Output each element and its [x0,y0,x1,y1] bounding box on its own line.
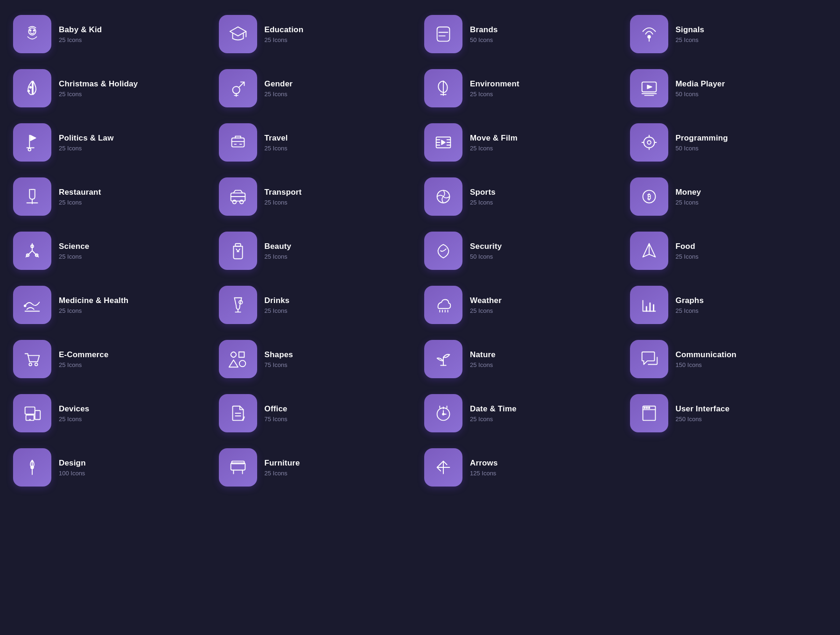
icon-box-ecommerce [13,340,51,378]
category-item-sports[interactable]: Sports 25 Icons [422,174,623,219]
category-item-brands[interactable]: Brands 50 Icons [422,11,623,57]
icon-box-devices [13,394,51,432]
category-item-nature[interactable]: Nature 25 Icons [422,336,623,382]
svg-point-25 [29,363,32,366]
category-text-move-film: Move & Film 25 Icons [470,133,518,151]
category-item-science[interactable]: Science 25 Icons [11,228,212,274]
icon-box-sports [424,177,462,216]
svg-point-26 [35,363,38,366]
category-item-education[interactable]: Education 25 Icons [217,11,418,57]
svg-rect-13 [231,193,245,201]
svg-rect-28 [25,407,35,414]
category-text-environment: Environment 25 Icons [470,79,519,97]
svg-point-2 [33,30,35,31]
category-name-nature: Nature [470,350,496,360]
category-name-science: Science [59,241,89,252]
category-item-communication[interactable]: Communication 150 Icons [628,336,829,382]
category-text-media-player: Media Player 50 Icons [676,79,725,97]
category-item-transport[interactable]: Transport 25 Icons [217,174,418,219]
category-item-beauty[interactable]: Beauty 25 Icons [217,228,418,274]
category-item-user-interface[interactable]: User Interface 250 Icons [628,390,829,436]
category-item-date-time[interactable]: Date & Time 25 Icons [422,390,623,436]
category-text-gender: Gender 25 Icons [265,79,293,97]
category-item-signals[interactable]: Signals 25 Icons [628,11,829,57]
category-text-travel: Travel 25 Icons [265,133,288,151]
category-item-shapes[interactable]: Shapes 75 Icons [217,336,418,382]
icon-box-money: ₿ [630,177,668,216]
category-item-programming[interactable]: Programming 50 Icons [628,120,829,165]
category-item-politics-law[interactable]: Politics & Law 25 Icons [11,120,212,165]
category-item-medicine-health[interactable]: Medicine & Health 25 Icons [11,282,212,328]
category-item-design[interactable]: Design 100 Icons [11,444,212,490]
icon-box-baby-kid [13,15,51,53]
category-count-transport: 25 Icons [265,199,302,206]
category-item-drinks[interactable]: Drinks 25 Icons [217,282,418,328]
category-text-design: Design 100 Icons [59,458,86,476]
category-text-brands: Brands 50 Icons [470,25,498,43]
svg-point-27 [239,360,245,367]
category-count-graphs: 25 Icons [676,307,704,314]
category-item-arrows[interactable]: Arrows 125 Icons [422,444,623,490]
category-text-graphs: Graphs 25 Icons [676,296,704,314]
category-name-brands: Brands [470,25,498,35]
category-name-communication: Communication [676,350,737,360]
category-count-office: 75 Icons [265,416,287,423]
category-name-furniture: Furniture [265,458,300,468]
category-count-weather: 25 Icons [470,307,502,314]
category-item-weather[interactable]: Weather 25 Icons [422,282,623,328]
category-item-move-film[interactable]: Move & Film 25 Icons [422,120,623,165]
category-name-politics-law: Politics & Law [59,133,114,143]
category-count-beauty: 25 Icons [265,253,292,260]
category-text-christmas: Christmas & Holiday 25 Icons [59,79,138,97]
category-item-gender[interactable]: Gender 25 Icons [217,65,418,111]
category-count-restaurant: 25 Icons [59,199,101,206]
svg-rect-9 [231,138,244,147]
category-name-arrows: Arrows [470,458,498,468]
category-count-design: 100 Icons [59,470,86,477]
category-text-signals: Signals 25 Icons [676,25,705,43]
category-text-restaurant: Restaurant 25 Icons [59,187,101,205]
categories-grid: Baby & Kid 25 Icons Education 25 Icons B… [11,11,829,490]
icon-box-security [424,232,462,270]
category-count-sports: 25 Icons [470,199,496,206]
category-item-environment[interactable]: Environment 25 Icons [422,65,623,111]
icon-box-furniture [219,448,257,487]
category-item-media-player[interactable]: Media Player 50 Icons [628,65,829,111]
category-text-medicine-health: Medicine & Health 25 Icons [59,296,128,314]
category-count-brands: 50 Icons [470,36,498,43]
category-item-money[interactable]: ₿ Money 25 Icons [628,174,829,219]
category-count-drinks: 25 Icons [265,307,290,314]
category-text-education: Education 25 Icons [265,25,304,43]
category-item-security[interactable]: Security 50 Icons [422,228,623,274]
category-item-graphs[interactable]: Graphs 25 Icons [628,282,829,328]
icon-box-design [13,448,51,487]
icon-box-graphs [630,286,668,324]
category-item-baby-kid[interactable]: Baby & Kid 25 Icons [11,11,212,57]
svg-point-4 [29,86,31,88]
category-item-restaurant[interactable]: Restaurant 25 Icons [11,174,212,219]
category-item-travel[interactable]: Travel 25 Icons [217,120,418,165]
category-text-programming: Programming 50 Icons [676,133,728,151]
svg-point-8 [28,148,31,151]
icon-box-programming [630,123,668,162]
category-name-date-time: Date & Time [470,404,517,414]
icon-box-politics-law [13,123,51,162]
category-text-money: Money 25 Icons [676,187,701,205]
category-text-ecommerce: E-Commerce 25 Icons [59,350,109,368]
category-count-date-time: 25 Icons [470,416,517,423]
category-name-transport: Transport [265,187,302,198]
category-name-beauty: Beauty [265,241,292,252]
category-item-ecommerce[interactable]: E-Commerce 25 Icons [11,336,212,382]
category-count-education: 25 Icons [265,36,304,43]
category-item-christmas[interactable]: Christmas & Holiday 25 Icons [11,65,212,111]
category-item-office[interactable]: Office 75 Icons [217,390,418,436]
category-count-food: 25 Icons [676,253,699,260]
category-item-devices[interactable]: Devices 25 Icons [11,390,212,436]
category-item-furniture[interactable]: Furniture 25 Icons [217,444,418,490]
category-count-arrows: 125 Icons [470,470,498,477]
icon-box-medicine-health [13,286,51,324]
icon-box-food [630,232,668,270]
category-item-food[interactable]: Food 25 Icons [628,228,829,274]
category-name-shapes: Shapes [265,350,294,360]
category-count-nature: 25 Icons [470,361,496,368]
